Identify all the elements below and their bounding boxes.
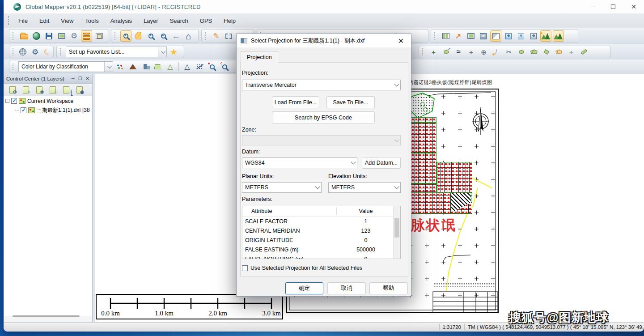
zoom-previous-icon[interactable]: ← <box>170 30 182 42</box>
move-vertex-icon[interactable]: + <box>466 47 477 58</box>
lidar-points-icon[interactable] <box>114 61 126 72</box>
move-feature-icon[interactable]: + <box>428 47 439 58</box>
layout-panel-icon[interactable] <box>440 30 451 42</box>
parameters-table[interactable]: Attribute Value SCALE FACTOR 1 CENTRAL M… <box>242 206 401 259</box>
rotate-feature-icon[interactable]: ⊕ <box>478 47 489 58</box>
lidar-filter-icon[interactable] <box>194 61 205 72</box>
lidar-triangle-icon[interactable]: △ <box>182 61 193 72</box>
edit-vertices-icon[interactable]: ≈ <box>453 47 464 58</box>
cancel-button[interactable]: 取消 <box>327 282 366 294</box>
zoom-box-icon[interactable]: + <box>120 30 131 42</box>
load-from-file-button[interactable]: Load From File... <box>272 96 319 108</box>
lidar-zoom-points-icon[interactable] <box>207 61 218 72</box>
menu-search[interactable]: Search <box>164 17 194 24</box>
configure-wrench-icon[interactable]: ⚙ <box>68 30 80 42</box>
lidar-zoom-classified-icon[interactable] <box>219 61 230 72</box>
menu-gps[interactable]: GPS <box>194 17 218 24</box>
lidar-buildings-icon[interactable] <box>140 61 151 72</box>
day-night-icon[interactable]: ☾ <box>42 47 53 58</box>
cc-remove-icon[interactable]: ⊗ <box>34 85 45 95</box>
scale-feature-icon[interactable]: ↗ <box>441 47 452 58</box>
viewshed-icon[interactable]: ★ <box>540 30 551 42</box>
cc-options-icon[interactable]: ≡ <box>21 85 31 95</box>
open-online-icon[interactable] <box>31 30 42 42</box>
workspace-checkbox[interactable] <box>11 98 17 104</box>
watershed-icon[interactable] <box>528 30 539 42</box>
save-icon[interactable] <box>43 30 55 42</box>
cc-open-icon[interactable]: ⚙ <box>7 85 18 95</box>
menu-edit[interactable]: Edit <box>34 17 55 24</box>
add-datum-button[interactable]: Add Datum... <box>362 157 401 169</box>
open-file-icon[interactable] <box>18 30 30 42</box>
zoom-in-icon[interactable]: + <box>145 30 157 42</box>
lidar-combo-arrow[interactable] <box>104 62 113 72</box>
tree-row-layer[interactable]: 三期最新1.1(1).dxf [38 <box>4 106 92 115</box>
zoom-out-icon[interactable]: − <box>158 30 169 42</box>
favorites-combo-arrow[interactable] <box>158 47 166 57</box>
panel-horizontal-scrollbar[interactable] <box>13 315 80 317</box>
duplicate-feature-icon[interactable] <box>553 47 564 58</box>
ok-button[interactable]: 确定 <box>285 282 323 294</box>
online-globe-icon[interactable] <box>17 47 28 58</box>
panel-float-icon[interactable]: ☐ <box>78 76 82 81</box>
menu-view[interactable]: View <box>55 17 79 24</box>
overview-map-icon[interactable] <box>93 30 105 42</box>
minimize-button[interactable]: ─ <box>582 0 603 13</box>
tab-projection[interactable]: Projection <box>241 51 278 63</box>
menu-file[interactable]: File <box>13 17 34 24</box>
table-scrollbar[interactable] <box>393 206 400 259</box>
help-button[interactable]: 帮助 <box>369 282 408 294</box>
terrain-shader-icon[interactable] <box>553 30 564 42</box>
tree-expander-icon[interactable]: − <box>5 99 9 103</box>
layer-checkbox[interactable] <box>21 107 26 113</box>
elevation-units-combo[interactable]: METERS <box>328 182 401 193</box>
shift-copies-icon[interactable] <box>541 47 552 58</box>
full-view-home-icon[interactable]: ⌂ <box>183 30 194 42</box>
lidar-tin-icon[interactable]: △ <box>165 61 176 72</box>
rotate-copies-icon[interactable] <box>528 47 539 58</box>
web-settings-gear-icon[interactable]: ⚙ <box>30 47 41 58</box>
profile-window-icon[interactable] <box>465 30 476 42</box>
projection-combo[interactable]: Transverse Mercator <box>242 80 401 90</box>
lidar-extract-icon[interactable] <box>152 61 163 72</box>
save-to-file-button[interactable]: Save To File... <box>326 96 375 108</box>
tree-row-workspace[interactable]: − Current Workspace <box>4 96 92 106</box>
use-projection-checkbox-row[interactable]: Use Selected Projection for All Selected… <box>242 265 362 271</box>
layer-label[interactable]: 三期最新1.1(1).dxf [38 <box>37 106 90 114</box>
eraser-icon[interactable] <box>578 47 589 58</box>
digitizer-pencil-icon[interactable]: ✎ <box>211 30 222 42</box>
maximize-button[interactable]: ☐ <box>603 0 623 13</box>
pan-hand-icon[interactable] <box>133 30 144 42</box>
select-rectangle-icon[interactable] <box>223 30 234 42</box>
cc-select-icon[interactable]: □ <box>47 85 58 95</box>
menu-tools[interactable]: Tools <box>79 17 104 24</box>
water-lower-icon[interactable] <box>515 30 526 42</box>
panel-close-icon[interactable]: ✕ <box>86 76 89 81</box>
copy-offset-icon[interactable] <box>516 47 527 58</box>
split-2d-3d-icon[interactable] <box>490 30 501 42</box>
lidar-color-combo[interactable]: Color Lidar by Classification <box>18 61 113 72</box>
menu-layer[interactable]: Layer <box>138 17 164 24</box>
menu-analysis[interactable]: Analysis <box>105 17 138 24</box>
snap-grid-icon[interactable]: + <box>566 47 577 58</box>
dialog-title-bar[interactable]: Select Projection for 三期最新1.1(1) - 副本.dx… <box>237 34 411 47</box>
workspace-label[interactable]: Current Workspace <box>27 98 73 104</box>
menu-help[interactable]: Help <box>218 17 242 24</box>
cc-zoom-icon[interactable] <box>61 85 72 95</box>
search-epsg-button[interactable]: Search by EPSG Code <box>272 111 375 123</box>
favorites-combo[interactable]: Set up Favorites List... <box>66 47 167 57</box>
dialog-close-icon[interactable]: ✕ <box>391 34 411 47</box>
cc-visibility-icon[interactable]: ◉ <box>74 85 85 95</box>
map-window-icon[interactable] <box>56 30 67 42</box>
lidar-ground-icon[interactable] <box>127 61 138 72</box>
favorites-star-icon[interactable]: ★ <box>168 47 179 58</box>
datum-combo[interactable]: WGS84 <box>242 157 357 168</box>
planar-units-combo[interactable]: METERS <box>242 182 322 193</box>
split-line-icon[interactable]: / <box>491 47 502 58</box>
use-projection-checkbox[interactable] <box>242 265 248 271</box>
panel-minimize-icon[interactable]: ─ <box>72 76 75 81</box>
view-3d-icon[interactable] <box>478 30 489 42</box>
water-rise-icon[interactable] <box>503 30 514 42</box>
control-center-icon[interactable] <box>81 30 92 42</box>
path-profile-icon[interactable]: ↗ <box>453 30 464 42</box>
